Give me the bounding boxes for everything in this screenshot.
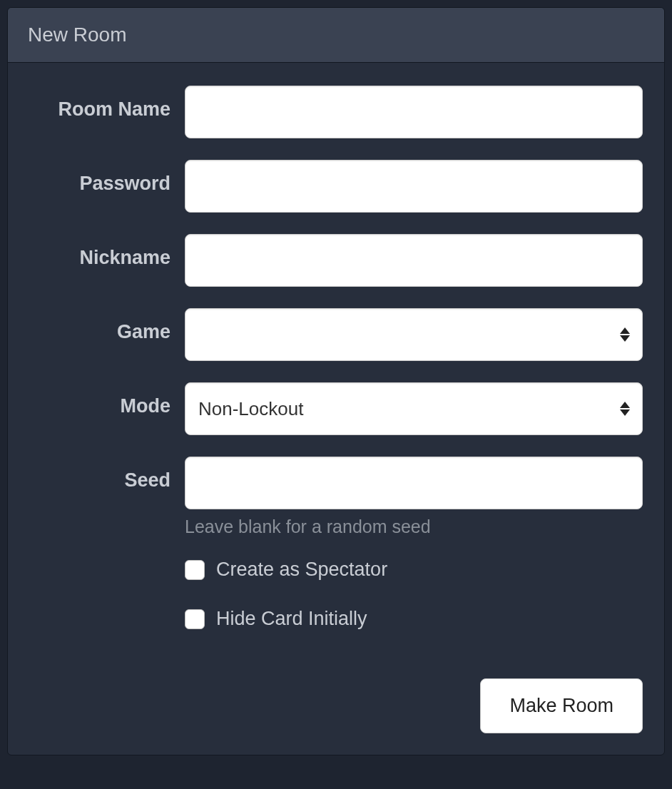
row-checkboxes: Create as Spectator Hide Card Initially [29,559,643,657]
row-mode: Mode Non-Lockout [29,382,643,435]
spectator-label: Create as Spectator [216,559,387,581]
label-game: Game [29,308,185,343]
label-password: Password [29,160,185,195]
panel-body: Room Name Password Nickname Game [8,63,664,755]
game-select[interactable] [185,308,643,361]
row-seed: Seed Leave blank for a random seed [29,457,643,537]
hide-card-label: Hide Card Initially [216,608,367,630]
mode-select[interactable]: Non-Lockout [185,382,643,435]
mode-select-wrap: Non-Lockout [185,382,643,435]
make-room-button[interactable]: Make Room [480,678,643,733]
spectator-checkbox-row[interactable]: Create as Spectator [185,559,643,581]
row-submit: Make Room [29,678,643,733]
spectator-checkbox[interactable] [185,560,205,580]
game-select-wrap [185,308,643,361]
hide-card-checkbox-row[interactable]: Hide Card Initially [185,608,643,630]
seed-help-text: Leave blank for a random seed [185,516,643,537]
nickname-input[interactable] [185,234,643,287]
hide-card-checkbox[interactable] [185,609,205,629]
row-room-name: Room Name [29,86,643,138]
panel-header: New Room [8,8,664,63]
label-nickname: Nickname [29,234,185,269]
seed-input[interactable] [185,457,643,509]
row-nickname: Nickname [29,234,643,287]
row-password: Password [29,160,643,213]
label-room-name: Room Name [29,86,185,121]
password-input[interactable] [185,160,643,213]
room-name-input[interactable] [185,86,643,138]
panel-title: New Room [28,24,644,46]
new-room-panel: New Room Room Name Password Nickname Gam… [7,7,665,755]
row-game: Game [29,308,643,361]
label-mode: Mode [29,382,185,417]
label-seed: Seed [29,457,185,492]
